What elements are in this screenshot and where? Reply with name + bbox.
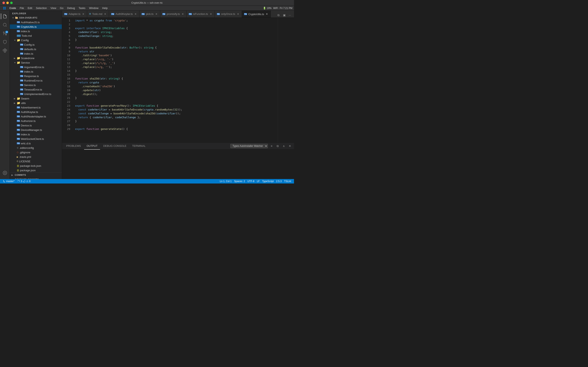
activity-search[interactable] bbox=[1, 21, 9, 29]
tab-pick.ts[interactable]: TSpick.ts✕ bbox=[139, 11, 160, 17]
svg-point-8 bbox=[5, 34, 7, 35]
panel-tab-debug-console[interactable]: DEBUG CONSOLE bbox=[101, 142, 129, 150]
tree-root[interactable]: ▼ SSH-OVER-RTC bbox=[10, 16, 62, 20]
tree-item-Config[interactable]: ▼📁Config bbox=[10, 38, 62, 42]
section-compare-commits[interactable]: ▶ COMPARE COMMITS bbox=[10, 177, 62, 179]
menu-help[interactable]: Help bbox=[100, 6, 109, 10]
tree-item-WebSocketClient.ts[interactable]: TSWebSocketClient.ts bbox=[10, 137, 62, 141]
tree-item-Auth0Keytar.ts[interactable]: TSAuth0Keytar.ts bbox=[10, 110, 62, 114]
tree-item-.gitignore[interactable]: ⬡.gitignore bbox=[10, 150, 62, 155]
status-sync[interactable]: 3 ⚠ 0 bbox=[16, 179, 32, 184]
tab-close-pick.ts[interactable]: ✕ bbox=[155, 12, 158, 16]
tree-item-DeviceManager.ts[interactable]: TSDeviceManager.ts bbox=[10, 128, 62, 132]
activity-debug[interactable] bbox=[1, 38, 9, 46]
tree-item-AuthNativeJS.ts[interactable]: TSAuthNativeJS.ts bbox=[10, 20, 62, 25]
tab-isFunction.ts[interactable]: TSisFunction.ts✕ bbox=[187, 11, 215, 17]
tab-Auth0Keytar.ts[interactable]: TSAuth0Keytar.ts✕ bbox=[109, 11, 139, 17]
line-number-11: 11 bbox=[62, 57, 70, 61]
tree-item-index.ts-service[interactable]: TSindex.ts bbox=[10, 69, 62, 74]
tree-item-UnimplementedError.ts[interactable]: TSUnimplementedError.ts bbox=[10, 92, 62, 96]
menu-window[interactable]: Window bbox=[87, 6, 100, 10]
tree-item-ArgumentError.ts[interactable]: TSArgumentError.ts bbox=[10, 65, 62, 69]
panel-tab-problems[interactable]: PROBLEMS bbox=[64, 142, 83, 150]
tab-close-CryptoUtils.ts[interactable]: ✕ bbox=[265, 12, 268, 16]
tree-item-package.json[interactable]: {}package.json bbox=[10, 168, 62, 173]
status-linter[interactable]: TSLint bbox=[283, 179, 292, 184]
minimize-button[interactable] bbox=[6, 2, 9, 4]
activity-extensions[interactable] bbox=[1, 47, 9, 55]
code-line-5: codeChallenge: string; bbox=[75, 34, 278, 38]
tree-item-utils[interactable]: ▶📁utils bbox=[10, 101, 62, 105]
activity-explorer[interactable] bbox=[1, 12, 9, 20]
tab-CryptoUtils.ts[interactable]: TSCryptoUtils.ts✕ bbox=[242, 11, 271, 17]
code-area[interactable]: import * as crypto from 'crypto';export … bbox=[72, 18, 278, 142]
menu-debug[interactable]: Debug bbox=[66, 6, 77, 10]
section-commits[interactable]: ▶ COMMITS bbox=[10, 173, 62, 177]
more-actions-icon[interactable]: ··· bbox=[287, 13, 292, 17]
code-line-27: } bbox=[75, 119, 278, 123]
tree-item-.editorconfig[interactable]: ⚙.editorconfig bbox=[10, 146, 62, 150]
status-encoding[interactable]: UTF-8 bbox=[246, 179, 256, 184]
tree-item-.travis.yml[interactable]: ▶.travis.yml bbox=[10, 155, 62, 159]
tab-Todo.md[interactable]: MTodo.md✕ bbox=[87, 11, 109, 17]
menu-edit[interactable]: Edit bbox=[26, 6, 34, 10]
tree-item-TimeoutError.ts[interactable]: TSTimeoutError.ts bbox=[10, 87, 62, 92]
tab-close-Adapter.ts[interactable]: ✕ bbox=[82, 12, 85, 16]
menu-file[interactable]: File bbox=[18, 6, 26, 10]
tree-item-wrtc.d.ts[interactable]: TSwrtc.d.ts bbox=[10, 141, 62, 146]
tree-item-Device.ts[interactable]: TSDevice.ts bbox=[10, 123, 62, 128]
tree-item-index.ts-root[interactable]: TSindex.ts bbox=[10, 132, 62, 137]
panel-wrap-icon[interactable]: ≡ bbox=[269, 143, 274, 149]
menu-code[interactable]: Code bbox=[8, 6, 18, 10]
tab-close-Todo.md[interactable]: ✕ bbox=[104, 12, 107, 16]
tree-item-Authorizer.ts[interactable]: TSAuthorizer.ts bbox=[10, 119, 62, 123]
activity-settings[interactable] bbox=[1, 169, 9, 177]
panel-tab-output[interactable]: OUTPUT bbox=[84, 142, 100, 150]
tree-item-Advertisement.ts[interactable]: TSAdvertisement.ts bbox=[10, 105, 62, 110]
tree-item-LICENSE[interactable]: ©LICENSE bbox=[10, 159, 62, 164]
tab-Adapter.ts[interactable]: TSAdapter.ts✕ bbox=[62, 11, 87, 17]
tree-item-index.ts[interactable]: TSindex.ts bbox=[10, 29, 62, 33]
close-button[interactable] bbox=[2, 2, 5, 4]
panel-tab-terminal[interactable]: TERMINAL bbox=[130, 142, 148, 150]
status-version[interactable]: 2.5.3 bbox=[275, 179, 283, 184]
tab-promisify.ts[interactable]: TSpromisify.ts✕ bbox=[160, 11, 187, 17]
activity-source-control[interactable]: 18 bbox=[1, 29, 9, 38]
editor-content[interactable]: 1234567891011121314151617181920212223242… bbox=[62, 18, 294, 142]
toggle-panel-icon[interactable]: ▣ bbox=[282, 13, 287, 17]
tree-item-package-lock.json[interactable]: {}package-lock.json bbox=[10, 164, 62, 168]
panel-chevron-icon[interactable]: ∧ bbox=[281, 143, 286, 149]
tree-item-Scaledrone[interactable]: ▶📁Scaledrone bbox=[10, 56, 62, 60]
tree-item-Todo.md[interactable]: MDTodo.md bbox=[10, 33, 62, 38]
menu-view[interactable]: View bbox=[49, 6, 58, 10]
panel-dropdown[interactable]: Types AutoInstaller Watcher bbox=[230, 144, 268, 148]
menu-tasks[interactable]: Tasks bbox=[77, 6, 87, 10]
tab-close-promisify.ts[interactable]: ✕ bbox=[181, 12, 184, 16]
tree-item-index.ts-config[interactable]: TSindex.ts bbox=[10, 51, 62, 56]
status-position[interactable]: Ln 1, Col 1 bbox=[218, 179, 233, 184]
tree-item-Service.ts[interactable]: TSService.ts bbox=[10, 83, 62, 87]
split-editor-icon[interactable]: ⧉ bbox=[276, 13, 281, 17]
status-line-ending[interactable]: LF bbox=[256, 179, 261, 184]
tab-close-isFunction.ts[interactable]: ✕ bbox=[209, 12, 213, 16]
tree-item-Config.ts[interactable]: TSConfig.ts bbox=[10, 42, 62, 47]
status-branch[interactable]: master* bbox=[2, 179, 16, 184]
tree-item-Response.ts[interactable]: TSResponse.ts bbox=[10, 74, 62, 78]
status-language[interactable]: TypeScript bbox=[261, 179, 275, 184]
tab-close-onlyOnce.ts[interactable]: ✕ bbox=[236, 12, 240, 16]
menu-go[interactable]: Go bbox=[58, 6, 65, 10]
panel-close-icon[interactable]: ✕ bbox=[287, 143, 292, 149]
maximize-button[interactable] bbox=[10, 2, 13, 4]
tree-item-Service[interactable]: ▼📁Service bbox=[10, 60, 62, 65]
status-spaces[interactable]: Spaces: 2 bbox=[233, 179, 246, 184]
svg-line-5 bbox=[6, 26, 7, 26]
tree-item-Auth0NodeAdapter.ts[interactable]: TSAuth0NodeAdapter.ts bbox=[10, 114, 62, 119]
tree-item-Swarm[interactable]: ▶📁Swarm bbox=[10, 96, 62, 101]
tab-close-Auth0Keytar.ts[interactable]: ✕ bbox=[134, 12, 137, 16]
tree-item-RuntimeError.ts[interactable]: TSRuntimeError.ts bbox=[10, 78, 62, 83]
menu-selection[interactable]: Selection bbox=[34, 6, 48, 10]
panel-copy-icon[interactable]: ⧉ bbox=[275, 143, 280, 149]
tree-item-defaults.ts[interactable]: TSdefaults.ts bbox=[10, 47, 62, 51]
tab-onlyOnce.ts[interactable]: TSonlyOnce.ts✕ bbox=[215, 11, 242, 17]
tree-item-CryptoUtils.ts[interactable]: TSCryptoUtils.ts bbox=[10, 25, 62, 29]
